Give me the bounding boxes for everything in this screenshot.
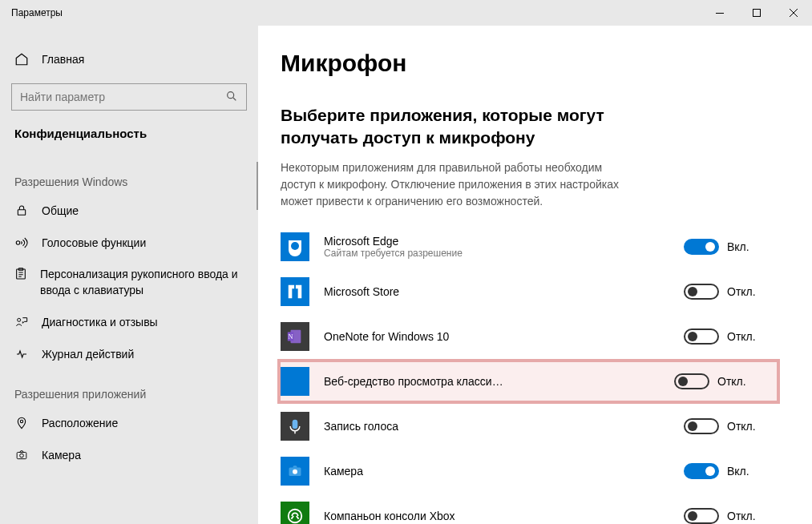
sidebar-item-label: Камера <box>42 449 81 462</box>
app-icon <box>281 277 309 306</box>
app-icon <box>281 502 309 524</box>
window-controls <box>701 0 812 26</box>
minimize-button[interactable] <box>701 0 738 26</box>
titlebar: Параметры <box>0 0 812 26</box>
svg-rect-15 <box>293 419 298 429</box>
location-icon <box>14 416 29 430</box>
sidebar-item-label: Журнал действий <box>42 348 134 361</box>
app-icon <box>281 367 309 396</box>
app-icon <box>281 232 309 261</box>
toggle-label: Откл. <box>717 375 746 388</box>
sidebar: Главная Конфиденциальность Разрешения Wi… <box>0 26 258 524</box>
toggle-switch[interactable] <box>684 463 719 479</box>
svg-point-8 <box>20 421 22 423</box>
app-icon <box>281 457 309 486</box>
svg-point-4 <box>16 241 20 245</box>
sidebar-item-location[interactable]: Расположение <box>0 407 258 439</box>
app-name: Компаньон консоли Xbox <box>324 510 508 522</box>
app-row: КамераВкл. <box>281 449 780 494</box>
sidebar-item-label: Общие <box>42 204 79 217</box>
toggle-wrap: Откл. <box>684 418 780 434</box>
svg-point-17 <box>293 469 297 474</box>
toggle-wrap: Вкл. <box>684 239 780 255</box>
sidebar-group-title: Разрешения приложений <box>0 370 258 407</box>
app-text: Веб-средство просмотра классиче... <box>324 375 660 388</box>
page-title: Микрофон <box>281 50 780 77</box>
app-text: Запись голоса <box>324 420 669 433</box>
app-row: Microsoft StoreОткл. <box>281 269 780 314</box>
toggle-switch[interactable] <box>684 418 719 434</box>
toggle-switch[interactable] <box>684 239 719 255</box>
app-text: Microsoft EdgeСайтам требуется разрешени… <box>324 235 669 259</box>
app-name: Веб-средство просмотра классиче... <box>324 375 508 388</box>
close-button[interactable] <box>775 0 812 26</box>
toggle-label: Откл. <box>727 420 756 433</box>
toggle-label: Откл. <box>727 510 756 522</box>
toggle-label: Откл. <box>727 330 756 343</box>
toggle-wrap: Откл. <box>684 508 780 524</box>
speech-icon <box>14 236 29 250</box>
app-text: Камера <box>324 465 669 478</box>
svg-point-2 <box>228 91 234 98</box>
camera-icon <box>14 448 29 462</box>
svg-point-11 <box>291 242 299 250</box>
sidebar-category: Конфиденциальность <box>0 119 258 158</box>
svg-text:N: N <box>289 333 293 340</box>
search-input[interactable] <box>20 91 225 103</box>
app-icon <box>281 412 309 441</box>
app-row: Компаньон консоли XboxОткл. <box>281 494 780 524</box>
sidebar-group-title: Разрешения Windows <box>0 158 258 195</box>
toggle-switch[interactable] <box>684 284 719 300</box>
app-text: Microsoft Store <box>324 285 669 298</box>
main-content: Микрофон Выберите приложения, которые мо… <box>258 26 812 524</box>
sidebar-home-label: Главная <box>42 53 84 66</box>
sidebar-item-label: Персонализация рукописного ввода и ввода… <box>40 267 258 298</box>
svg-point-7 <box>18 319 21 322</box>
window-title: Параметры <box>11 7 63 18</box>
sidebar-item-camera[interactable]: Камера <box>0 439 258 471</box>
toggle-label: Вкл. <box>727 465 749 478</box>
toggle-wrap: Откл. <box>684 329 780 345</box>
toggle-wrap: Откл. <box>674 373 770 389</box>
clipboard-icon <box>14 267 27 281</box>
app-text: OneNote for Windows 10 <box>324 330 669 343</box>
section-description: Некоторым приложениям для правильной раб… <box>281 159 633 210</box>
svg-rect-9 <box>17 453 26 459</box>
toggle-wrap: Вкл. <box>684 463 780 479</box>
svg-rect-0 <box>716 13 724 14</box>
home-icon <box>14 52 29 67</box>
toggle-label: Вкл. <box>727 240 749 253</box>
scroll-indicator <box>257 162 258 210</box>
sidebar-home[interactable]: Главная <box>0 43 258 75</box>
svg-point-18 <box>289 509 302 522</box>
sidebar-item-activity[interactable]: Журнал действий <box>0 338 258 370</box>
app-subtitle: Сайтам требуется разрешение <box>324 248 669 259</box>
maximize-button[interactable] <box>738 0 775 26</box>
sidebar-item-speech[interactable]: Голосовые функции <box>0 227 258 259</box>
sidebar-item-inking[interactable]: Персонализация рукописного ввода и ввода… <box>0 259 258 306</box>
toggle-switch[interactable] <box>684 508 719 524</box>
app-list: Microsoft EdgeСайтам требуется разрешени… <box>281 224 780 524</box>
app-row: Веб-средство просмотра классиче...Откл. <box>277 359 780 404</box>
sidebar-item-general[interactable]: Общие <box>0 195 258 227</box>
toggle-label: Откл. <box>727 285 756 298</box>
svg-rect-1 <box>753 10 761 17</box>
app-row: Запись голосаОткл. <box>281 404 780 449</box>
feedback-icon <box>14 315 29 329</box>
sidebar-item-diagnostics[interactable]: Диагностика и отзывы <box>0 306 258 338</box>
app-row: NOneNote for Windows 10Откл. <box>281 314 780 359</box>
toggle-switch[interactable] <box>684 329 719 345</box>
sidebar-search[interactable] <box>11 83 247 111</box>
app-row: Microsoft EdgeСайтам требуется разрешени… <box>281 224 780 269</box>
app-name: OneNote for Windows 10 <box>324 330 508 343</box>
app-name: Microsoft Store <box>324 285 508 298</box>
svg-point-10 <box>20 453 24 457</box>
sidebar-item-label: Голосовые функции <box>42 236 146 249</box>
toggle-switch[interactable] <box>674 373 709 389</box>
app-name: Microsoft Edge <box>324 235 508 248</box>
activity-icon <box>14 347 29 361</box>
sidebar-item-label: Диагностика и отзывы <box>42 316 158 329</box>
section-title: Выберите приложения, которые могут получ… <box>281 104 641 150</box>
lock-icon <box>14 204 29 218</box>
app-name: Камера <box>324 465 508 478</box>
